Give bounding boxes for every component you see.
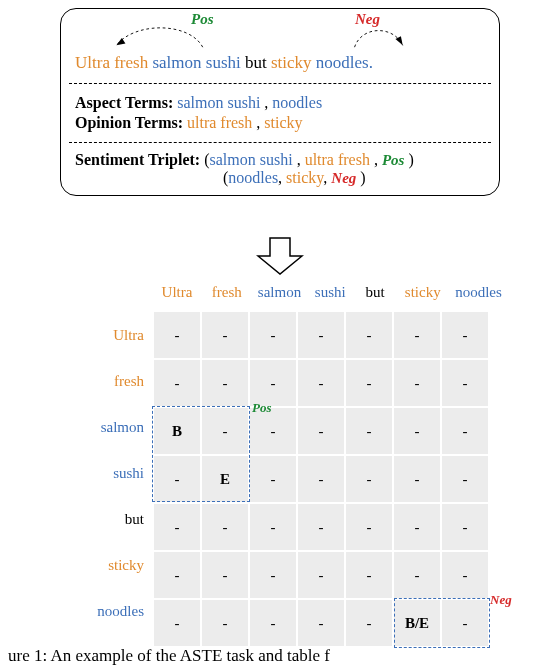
figure-caption: ure 1: An example of the ASTE task and t… xyxy=(0,646,560,666)
tok-salmon: salmon xyxy=(152,53,201,72)
grid-cell-dash: - xyxy=(442,504,488,550)
grid-cell-dash: - xyxy=(346,600,392,646)
grid-cell-dash: - xyxy=(250,456,296,502)
tok-sticky: sticky xyxy=(271,53,312,72)
grid-cell-dash: - xyxy=(298,456,344,502)
grid-cell-tag: B xyxy=(154,408,200,454)
grid-cell-dash: - xyxy=(442,360,488,406)
neg-label: Neg xyxy=(355,11,380,28)
aspect-terms-label: Aspect Terms: xyxy=(75,94,173,111)
row-sushi: sushi xyxy=(58,450,152,496)
grid-cell-dash: - xyxy=(394,552,440,598)
grid-row-header: Ultra fresh salmon sushi but sticky nood… xyxy=(58,312,152,634)
comma-4: , xyxy=(370,151,382,168)
row-noodles: noodles xyxy=(58,588,152,634)
grid-cell-dash: - xyxy=(394,312,440,358)
grid-cell-dash: - xyxy=(298,360,344,406)
grid-cell-dash: - xyxy=(250,552,296,598)
caption-text: ure 1: An example of the ASTE task and t… xyxy=(8,646,330,665)
grid-col-header: Ultra fresh salmon sushi but sticky nood… xyxy=(154,284,507,301)
col-fresh: fresh xyxy=(204,284,250,301)
grid-cell-dash: - xyxy=(298,552,344,598)
tok-sushi: sushi xyxy=(206,53,241,72)
row-fresh: fresh xyxy=(58,358,152,404)
grid-cell-tag: E xyxy=(202,456,248,502)
grid-pos-label: Pos xyxy=(252,400,272,416)
grid-cell-dash: - xyxy=(154,504,200,550)
grid-cell-dash: - xyxy=(442,408,488,454)
dependency-arcs xyxy=(61,9,499,49)
opinion-terms-line: Opinion Terms: ultra fresh , sticky xyxy=(75,114,485,132)
triplet-section: Sentiment Triplet: (salmon sushi , ultra… xyxy=(61,143,499,195)
grid-cell-dash: - xyxy=(346,312,392,358)
grid-cell-dash: - xyxy=(202,408,248,454)
trip1-sent: Pos xyxy=(382,152,405,168)
triplet-label: Sentiment Triplet: xyxy=(75,151,200,168)
grid-cell-dash: - xyxy=(298,504,344,550)
grid-cell-dash: - xyxy=(346,504,392,550)
grid-cell-dash: - xyxy=(250,600,296,646)
grid-cell-dash: - xyxy=(154,600,200,646)
example-box: Pos Neg Ultra fresh salmon sushi but sti… xyxy=(60,8,500,196)
grid-cell-dash: - xyxy=(442,456,488,502)
col-noodles: noodles xyxy=(451,284,507,301)
grid-cell-dash: - xyxy=(394,408,440,454)
grid-cell-dash: - xyxy=(394,360,440,406)
grid-cell-dash: - xyxy=(346,552,392,598)
comma-3: , xyxy=(293,151,305,168)
grid-cell-dash: - xyxy=(346,408,392,454)
grid-cell-dash: - xyxy=(394,456,440,502)
triplet-line-1: Sentiment Triplet: (salmon sushi , ultra… xyxy=(75,151,485,169)
svg-marker-0 xyxy=(116,38,125,45)
opinion-term-1: ultra fresh xyxy=(187,114,252,131)
grid-cell-dash: - xyxy=(202,360,248,406)
relation-grid: --------------B-------E-----------------… xyxy=(154,312,488,646)
tok-fresh: fresh xyxy=(114,53,148,72)
grid-cell-dash: - xyxy=(154,312,200,358)
tok-but: but xyxy=(245,53,267,72)
row-sticky: sticky xyxy=(58,542,152,588)
grid-cell-dash: - xyxy=(442,600,488,646)
trip2-aspect: noodles xyxy=(228,169,278,186)
aspect-terms-line: Aspect Terms: salmon sushi , noodles xyxy=(75,94,485,112)
trip1-aspect: salmon sushi xyxy=(210,151,293,168)
example-sentence: Ultra fresh salmon sushi but sticky nood… xyxy=(75,53,373,73)
grid-cell-dash: - xyxy=(346,456,392,502)
grid-cell-dash: - xyxy=(250,504,296,550)
rparen-1: ) xyxy=(404,151,413,168)
aspect-term-1: salmon sushi xyxy=(177,94,260,111)
grid-cell-dash: - xyxy=(442,312,488,358)
tok-ultra: Ultra xyxy=(75,53,110,72)
triplet-line-2: (noodles, sticky, Neg ) xyxy=(75,169,485,187)
col-but: but xyxy=(355,284,395,301)
col-sushi: sushi xyxy=(309,284,351,301)
trip1-opinion: ultra fresh xyxy=(305,151,370,168)
grid-cell-dash: - xyxy=(250,312,296,358)
col-ultra: Ultra xyxy=(154,284,200,301)
row-ultra: Ultra xyxy=(58,312,152,358)
rparen-2: ) xyxy=(356,169,365,186)
grid-cell-tag: B/E xyxy=(394,600,440,646)
tok-noodles: noodles. xyxy=(316,53,373,72)
grid-cell-dash: - xyxy=(394,504,440,550)
grid-cell-dash: - xyxy=(298,408,344,454)
grid-cell-dash: - xyxy=(298,312,344,358)
col-salmon: salmon xyxy=(254,284,306,301)
grid-cell-dash: - xyxy=(154,552,200,598)
opinion-term-2: sticky xyxy=(264,114,302,131)
terms-section: Aspect Terms: salmon sushi , noodles Opi… xyxy=(61,84,499,142)
grid-cell-dash: - xyxy=(202,504,248,550)
grid-neg-label: Neg xyxy=(490,592,512,608)
grid-cell-dash: - xyxy=(298,600,344,646)
pos-label: Pos xyxy=(191,11,214,28)
grid-cell-dash: - xyxy=(442,552,488,598)
row-but: but xyxy=(58,496,152,542)
grid-cell-dash: - xyxy=(202,312,248,358)
grid-cell-dash: - xyxy=(154,456,200,502)
grid-cell-dash: - xyxy=(202,600,248,646)
sentence-with-arcs: Pos Neg Ultra fresh salmon sushi but sti… xyxy=(61,9,499,83)
grid-cell-dash: - xyxy=(202,552,248,598)
down-arrow-icon xyxy=(256,236,304,276)
col-sticky: sticky xyxy=(399,284,447,301)
trip2-sent: Neg xyxy=(331,170,356,186)
